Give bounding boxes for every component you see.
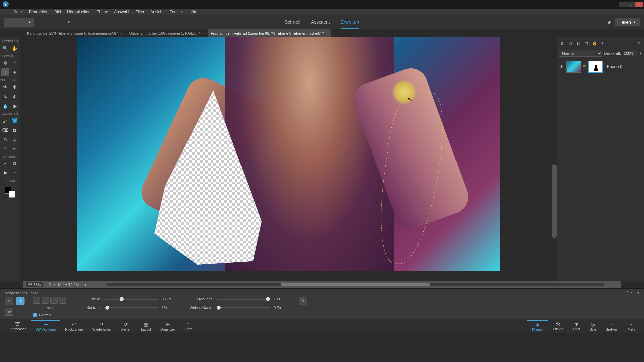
move-tool-icon[interactable]: ✥	[1, 59, 9, 67]
content-move-tool-icon[interactable]: ✖	[1, 169, 9, 177]
crop-tool-icon[interactable]: ✂	[1, 160, 9, 168]
document-tab[interactable]: Käfig.psd bei 25% (Ebene 0 Kopie 5, Eben…	[23, 29, 126, 37]
vertical-scrollbar[interactable]	[552, 164, 557, 238]
nav-ebenen[interactable]: ◈Ebenen	[527, 320, 548, 332]
frequency-slider[interactable]	[217, 299, 270, 300]
menu-fenster[interactable]: Fenster	[170, 10, 183, 14]
scrollbar-thumb[interactable]	[281, 283, 430, 286]
nav-mehr[interactable]: ⋯Mehr	[623, 321, 640, 331]
menu-ueberarbeiten[interactable]: Überarbeiten	[67, 10, 90, 14]
layer-row[interactable]: 👁 ⛓ Ebene 0	[559, 59, 642, 75]
clone-stamp-tool-icon[interactable]: ⊕	[11, 93, 19, 101]
eraser-tool-icon[interactable]: ⌫	[1, 126, 9, 134]
spot-heal-tool-icon[interactable]: ✚	[11, 83, 19, 91]
adjustment-layer-icon[interactable]: ◐	[575, 40, 581, 46]
menu-auswahl[interactable]: Auswahl	[114, 10, 129, 14]
document-canvas[interactable]: ↖	[77, 37, 500, 272]
close-tab-icon[interactable]: ×	[120, 31, 122, 35]
menu-hilfe[interactable]: Hilfe	[189, 10, 197, 14]
window-close-button[interactable]: ✕	[635, 2, 643, 7]
lasso-tool-icon[interactable]: ⌇	[1, 68, 9, 76]
collapse-panel-icon[interactable]: ▾	[637, 291, 639, 295]
opacity-input[interactable]	[623, 51, 637, 56]
document-tab[interactable]: Unbenannt-1 bei 100% (Ebene 1, RGB/8) * …	[126, 29, 208, 37]
delete-layer-icon[interactable]: 🗑	[636, 40, 642, 46]
lock-layer-icon[interactable]: 🔒	[591, 40, 597, 46]
hand-tool-icon[interactable]: ✋	[11, 44, 19, 52]
create-button[interactable]: Erstellen ▼	[40, 18, 73, 27]
paint-bucket-tool-icon[interactable]: 🪣	[11, 117, 19, 125]
blur-tool-icon[interactable]: 💧	[1, 102, 9, 110]
window-minimize-button[interactable]: —	[619, 2, 627, 7]
layer-mask-thumbnail[interactable]	[588, 61, 603, 73]
selection-intersect-icon[interactable]	[59, 297, 66, 304]
nav-drehen[interactable]: ⟳Drehen	[116, 321, 136, 331]
zoom-readout[interactable]: 66,67%	[26, 282, 43, 287]
theme-toggle-icon[interactable]: ◐	[608, 20, 611, 25]
color-picker-tool-icon[interactable]: ✎	[1, 135, 9, 143]
close-tab-icon[interactable]: ×	[202, 31, 204, 35]
document-tab[interactable]: Frau auf dem Fahrrad-2.jpeg bei 66,7% (E…	[208, 29, 331, 37]
panel-menu-icon[interactable]: ⋯	[631, 291, 635, 295]
nav-grafiken[interactable]: ＋Grafiken	[601, 321, 623, 331]
nav-stile[interactable]: ◎Stile	[585, 321, 601, 331]
smooth-checkbox[interactable]: ✓ Glätten	[33, 313, 66, 317]
fx-icon[interactable]: ✦	[599, 40, 605, 46]
sponge-tool-icon[interactable]: ◉	[11, 102, 19, 110]
nav-filter[interactable]: ▼Filter	[568, 321, 585, 331]
menu-filter[interactable]: Filter	[136, 10, 145, 14]
blend-mode-select[interactable]: Normal	[559, 50, 602, 57]
share-dropdown-arrow-icon[interactable]: ▼	[633, 21, 636, 24]
nav-organizer[interactable]: ⊞Organizer	[156, 321, 180, 331]
nav-effekte[interactable]: fxEffekte	[548, 321, 568, 331]
zoom-tool-icon[interactable]: 🔍	[1, 44, 9, 52]
width-slider[interactable]	[105, 299, 158, 300]
nav-wiederholen[interactable]: ↷Wiederholen	[88, 321, 116, 331]
share-button[interactable]: Teilen ▼	[615, 18, 640, 26]
brush-tool-icon[interactable]: 🖌	[1, 117, 9, 125]
color-swatch[interactable]	[5, 187, 15, 198]
open-dropdown-arrow-icon[interactable]: ▼	[25, 21, 34, 24]
menu-ebene[interactable]: Ebene	[96, 10, 108, 14]
link-icon[interactable]: ⛓	[583, 65, 586, 69]
layer-mask-icon[interactable]: ◻	[583, 40, 589, 46]
nav-fotobereich[interactable]: 🖼Fotobereich	[4, 321, 31, 331]
create-dropdown-arrow-icon[interactable]: ▼	[65, 21, 73, 24]
feather-slider[interactable]	[217, 307, 270, 308]
layer-group-icon[interactable]: ▥	[567, 40, 573, 46]
pencil-tool-icon[interactable]: ✏	[11, 145, 19, 153]
background-color-swatch[interactable]	[9, 191, 15, 198]
nav-rueckgaengig[interactable]: ↶Rückgängig	[60, 321, 88, 331]
layer-name[interactable]: Ebene 0	[607, 64, 622, 69]
shape-tool-icon[interactable]: ◇	[11, 135, 19, 143]
opacity-arrow-icon[interactable]: ▼	[639, 52, 642, 55]
close-tab-icon[interactable]: ×	[326, 31, 328, 35]
lasso-variant-magnetic-icon[interactable]: ⌇	[16, 297, 25, 305]
tablet-pressure-icon[interactable]: ✎	[299, 297, 307, 305]
layer-thumbnail[interactable]	[566, 61, 581, 73]
new-layer-icon[interactable]: 🗎	[559, 40, 565, 46]
nav-wz-optionen[interactable]: ☰WZ-Optionen	[31, 320, 60, 332]
magic-wand-tool-icon[interactable]: ✦	[11, 68, 19, 76]
redeye-tool-icon[interactable]: 👁	[1, 83, 9, 91]
smart-brush-tool-icon[interactable]: ✎	[1, 93, 9, 101]
recompose-tool-icon[interactable]: ⧉	[11, 160, 19, 168]
selection-add-icon[interactable]	[42, 297, 49, 304]
mode-tab-assistent[interactable]: Assistent	[311, 16, 330, 29]
status-arrow-icon[interactable]: ▸	[85, 283, 87, 287]
open-button[interactable]: Öffnen ▼	[4, 18, 34, 27]
marquee-tool-icon[interactable]: ▭	[11, 59, 19, 67]
selection-subtract-icon[interactable]	[50, 297, 58, 304]
contrast-slider[interactable]	[105, 307, 158, 308]
horizontal-scrollbar[interactable]	[106, 283, 604, 286]
window-maximize-button[interactable]: □	[627, 2, 635, 7]
selection-new-icon[interactable]	[33, 297, 40, 304]
menu-ansicht[interactable]: Ansicht	[150, 10, 163, 14]
gradient-tool-icon[interactable]: ▦	[11, 126, 19, 134]
text-tool-icon[interactable]: T	[1, 145, 9, 153]
straighten-tool-icon[interactable]: ≡	[11, 169, 19, 177]
nav-layout[interactable]: ▦Layout	[136, 321, 156, 331]
nav-start[interactable]: ⌂Start	[180, 321, 196, 331]
mode-tab-schnell[interactable]: Schnell	[285, 16, 300, 29]
lasso-variant-freeform-icon[interactable]: ○	[5, 297, 13, 305]
